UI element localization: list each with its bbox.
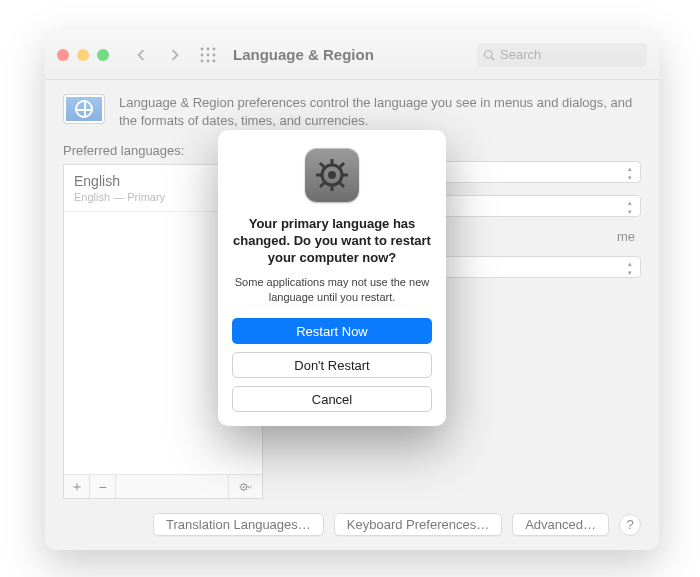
pane-icon bbox=[63, 94, 107, 128]
translation-languages-button[interactable]: Translation Languages… bbox=[153, 513, 324, 536]
back-button[interactable] bbox=[129, 44, 153, 66]
show-all-button[interactable] bbox=[197, 44, 219, 66]
svg-point-1 bbox=[207, 47, 210, 50]
dont-restart-button[interactable]: Don't Restart bbox=[232, 352, 432, 378]
svg-point-8 bbox=[213, 59, 216, 62]
svg-point-3 bbox=[201, 53, 204, 56]
restart-dialog: Your primary language has changed. Do yo… bbox=[218, 130, 446, 426]
svg-line-21 bbox=[320, 183, 324, 187]
minimize-window-button[interactable] bbox=[77, 49, 89, 61]
svg-line-10 bbox=[491, 57, 494, 60]
svg-point-6 bbox=[201, 59, 204, 62]
svg-point-0 bbox=[201, 47, 204, 50]
svg-point-14 bbox=[328, 171, 336, 179]
window-toolbar: Language & Region Search bbox=[45, 30, 659, 80]
advanced-button[interactable]: Advanced… bbox=[512, 513, 609, 536]
globe-icon bbox=[75, 100, 93, 118]
dialog-title: Your primary language has changed. Do yo… bbox=[232, 216, 432, 267]
add-language-button[interactable]: ＋ bbox=[64, 475, 90, 498]
svg-point-4 bbox=[207, 53, 210, 56]
svg-point-5 bbox=[213, 53, 216, 56]
search-field[interactable]: Search bbox=[477, 43, 647, 67]
forward-button[interactable] bbox=[163, 44, 187, 66]
pane-title: Language & Region bbox=[233, 46, 374, 63]
cancel-button[interactable]: Cancel bbox=[232, 386, 432, 412]
dialog-subtitle: Some applications may not use the new la… bbox=[232, 275, 432, 305]
svg-line-22 bbox=[340, 163, 344, 167]
svg-line-19 bbox=[320, 163, 324, 167]
svg-line-20 bbox=[340, 183, 344, 187]
zoom-window-button[interactable] bbox=[97, 49, 109, 61]
svg-point-12 bbox=[242, 486, 244, 488]
help-button[interactable]: ? bbox=[619, 514, 641, 536]
intro-text: Language & Region preferences control th… bbox=[119, 94, 641, 129]
system-preferences-icon bbox=[305, 148, 359, 202]
close-window-button[interactable] bbox=[57, 49, 69, 61]
svg-point-2 bbox=[213, 47, 216, 50]
language-actions-menu[interactable] bbox=[228, 475, 262, 498]
svg-point-7 bbox=[207, 59, 210, 62]
search-placeholder: Search bbox=[500, 47, 541, 62]
svg-point-9 bbox=[485, 50, 493, 58]
keyboard-preferences-button[interactable]: Keyboard Preferences… bbox=[334, 513, 502, 536]
remove-language-button[interactable]: − bbox=[90, 475, 116, 498]
traffic-lights bbox=[57, 49, 109, 61]
restart-now-button[interactable]: Restart Now bbox=[232, 318, 432, 344]
search-icon bbox=[483, 49, 495, 61]
